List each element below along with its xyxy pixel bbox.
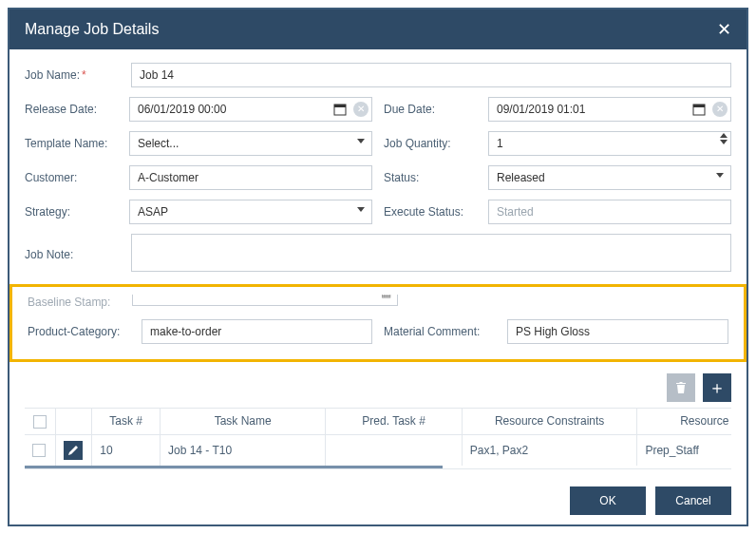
dialog-title: Manage Job Details — [25, 21, 159, 38]
calendar-icon[interactable] — [691, 102, 707, 117]
plus-icon: ＋ — [709, 376, 726, 399]
column-task-num: Task # — [92, 409, 161, 435]
label-customer: Customer: — [25, 171, 120, 184]
label-product-category: Product-Category: — [28, 325, 132, 338]
cell-pred-task — [326, 434, 463, 466]
job-quantity-stepper[interactable] — [488, 131, 731, 156]
template-name-select[interactable] — [129, 131, 372, 156]
row-checkbox[interactable] — [32, 444, 46, 457]
cell-task-name: Job 14 - T10 — [161, 434, 326, 466]
column-task-name: Task Name — [161, 409, 326, 435]
label-execute-status: Execute Status: — [384, 205, 479, 219]
table-toolbar: ＋ — [25, 373, 731, 402]
job-note-textarea[interactable] — [131, 234, 731, 272]
clear-icon[interactable]: ✕ — [712, 102, 728, 117]
execute-status-field — [488, 200, 731, 224]
calendar-icon[interactable] — [332, 102, 348, 117]
column-resource-constraints: Resource Constraints — [462, 409, 637, 435]
label-job-quantity: Job Quantity: — [384, 137, 479, 150]
cell-res-groups: Prep_Staff — [637, 434, 731, 466]
column-resource-groups: Resource Groups — [637, 409, 731, 435]
dialog-actions: OK Cancel — [25, 486, 731, 515]
dialog-body: Job Name:* Release Date: ✕ Due Date: — [9, 49, 747, 523]
label-job-name: Job Name:* — [25, 68, 120, 82]
strategy-select[interactable] — [129, 200, 372, 224]
status-select[interactable] — [488, 165, 731, 190]
add-row-button[interactable]: ＋ — [703, 373, 731, 402]
select-all-checkbox[interactable] — [33, 415, 47, 429]
close-icon[interactable]: ✕ — [717, 19, 731, 40]
svg-rect-1 — [334, 105, 346, 107]
material-comment-input[interactable] — [507, 319, 728, 344]
label-release-date: Release Date: — [25, 103, 120, 116]
edit-row-button[interactable] — [64, 441, 83, 460]
step-up-icon[interactable] — [720, 133, 728, 138]
column-pred-task: Pred. Task # — [326, 409, 463, 435]
dialog-frame: Manage Job Details ✕ Job Name:* Release … — [8, 8, 748, 526]
highlighted-section: Baseline Stamp: ▦ Product-Category: Mate… — [9, 284, 747, 362]
label-strategy: Strategy: — [25, 205, 120, 219]
table-row[interactable]: 10 Job 14 - T10 Pax1, Pax2 Prep_Staff — [25, 434, 731, 466]
trash-icon — [674, 381, 688, 394]
label-due-date: Due Date: — [384, 103, 479, 116]
label-status: Status: — [384, 171, 479, 184]
pencil-icon — [67, 445, 79, 456]
delete-row-button[interactable] — [667, 373, 695, 402]
customer-input[interactable] — [129, 165, 372, 190]
product-category-input[interactable] — [142, 319, 372, 344]
ok-button[interactable]: OK — [570, 486, 646, 515]
table-scroll-indicator — [25, 466, 443, 468]
label-baseline-stamp: Baseline Stamp: — [28, 296, 123, 309]
calendar-icon: ▦ — [381, 295, 391, 299]
job-name-input[interactable] — [131, 63, 731, 87]
clear-icon[interactable]: ✕ — [353, 102, 369, 117]
label-material-comment: Material Comment: — [384, 325, 498, 338]
label-template-name: Template Name: — [25, 137, 120, 150]
baseline-stamp-row: Baseline Stamp: ▦ — [28, 295, 728, 310]
svg-rect-3 — [693, 105, 705, 107]
titlebar: Manage Job Details ✕ — [9, 10, 747, 49]
tasks-table: Task # Task Name Pred. Task # Resource C… — [25, 408, 731, 469]
step-down-icon[interactable] — [720, 140, 728, 144]
table-header-row: Task # Task Name Pred. Task # Resource C… — [25, 409, 731, 435]
baseline-stamp-field[interactable]: ▦ — [132, 295, 398, 306]
label-job-note: Job Note: — [25, 248, 120, 261]
cancel-button[interactable]: Cancel — [655, 486, 731, 515]
cell-task-num: 10 — [92, 434, 161, 466]
cell-res-constraints: Pax1, Pax2 — [462, 434, 637, 466]
